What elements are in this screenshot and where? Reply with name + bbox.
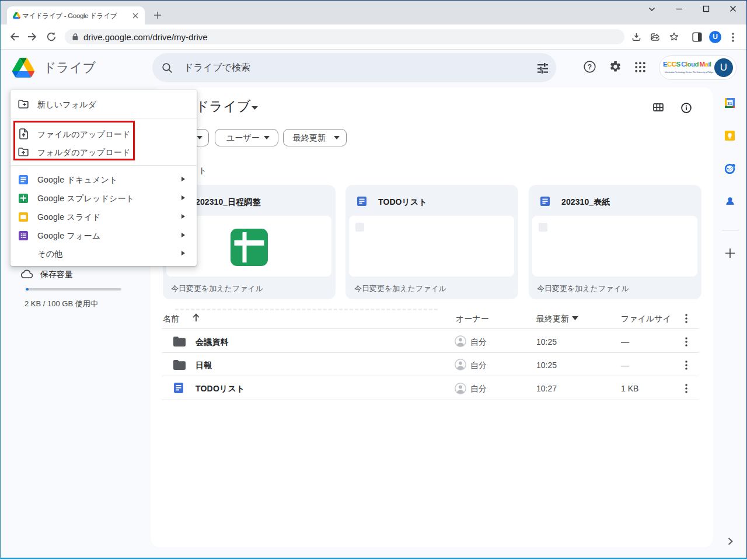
svg-text:31: 31: [727, 101, 732, 106]
svg-text:?: ?: [588, 63, 592, 71]
